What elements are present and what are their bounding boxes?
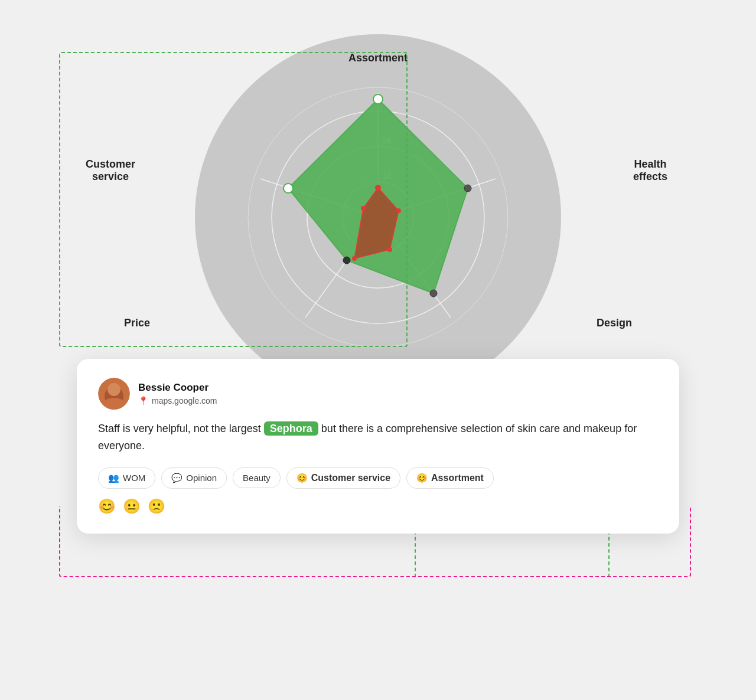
svg-point-22 bbox=[352, 256, 357, 261]
review-card: Bessie Cooper 📍 maps.google.com Staff is… bbox=[77, 359, 679, 534]
reviewer-source: 📍 maps.google.com bbox=[138, 396, 217, 405]
tag-opinion[interactable]: 💬 Opinion bbox=[161, 467, 227, 489]
tag-assortment[interactable]: 😊 Assortment bbox=[406, 467, 494, 489]
wom-icon: 👥 bbox=[108, 473, 119, 483]
main-container: Assortment Healtheffects Design Price Cu… bbox=[53, 40, 703, 660]
review-text-before: Staff is very helpful, not the largest bbox=[98, 423, 264, 434]
maps-icon: 📍 bbox=[138, 396, 148, 405]
tag-assortment-label: Assortment bbox=[431, 473, 484, 483]
tag-wom-label: WOM bbox=[123, 473, 145, 483]
reviewer-source-url: maps.google.com bbox=[152, 396, 217, 405]
radar-label-price: Price bbox=[124, 317, 150, 329]
avatar bbox=[98, 378, 130, 410]
review-text: Staff is very helpful, not the largest S… bbox=[98, 420, 658, 454]
tag-customer-service[interactable]: 😊 Customer service bbox=[286, 467, 400, 489]
tag-beauty-label: Beauty bbox=[243, 473, 271, 483]
tag-customer-service-label: Customer service bbox=[311, 473, 390, 483]
opinion-icon: 💬 bbox=[171, 473, 183, 483]
review-meta: Bessie Cooper 📍 maps.google.com bbox=[138, 382, 217, 405]
sentiment-negative-icon[interactable]: 🙁 bbox=[148, 498, 165, 515]
svg-point-20 bbox=[396, 208, 401, 213]
svg-point-14 bbox=[373, 94, 383, 104]
radar-label-assortment: Assortment bbox=[348, 52, 408, 64]
tag-wom[interactable]: 👥 WOM bbox=[98, 467, 155, 489]
sentiment-neutral-icon[interactable]: 😐 bbox=[123, 498, 141, 515]
radar-section: Assortment Healtheffects Design Price Cu… bbox=[53, 40, 703, 394]
sentiment-positive-icon[interactable]: 😊 bbox=[98, 498, 116, 515]
radar-chart: 2k 1k 0 bbox=[224, 70, 532, 365]
radar-label-design: Design bbox=[597, 317, 632, 329]
reviewer-name: Bessie Cooper bbox=[138, 382, 217, 394]
customer-service-icon: 😊 bbox=[296, 473, 308, 483]
tags-row: 👥 WOM 💬 Opinion Beauty 😊 Customer servic… bbox=[98, 467, 658, 489]
svg-point-21 bbox=[387, 247, 392, 252]
assortment-icon: 😊 bbox=[416, 473, 428, 483]
svg-point-15 bbox=[464, 185, 471, 192]
svg-point-18 bbox=[284, 184, 293, 193]
svg-point-16 bbox=[430, 290, 437, 297]
radar-label-health: Healtheffects bbox=[633, 158, 667, 183]
radar-label-customer-service: Customerservice bbox=[86, 158, 135, 183]
svg-point-19 bbox=[375, 185, 381, 191]
svg-point-23 bbox=[361, 206, 366, 211]
svg-point-26 bbox=[107, 383, 120, 396]
tag-beauty[interactable]: Beauty bbox=[233, 467, 281, 488]
brand-highlight: Sephora bbox=[264, 421, 318, 436]
review-header: Bessie Cooper 📍 maps.google.com bbox=[98, 378, 658, 410]
sentiment-row: 😊 😐 🙁 bbox=[98, 498, 658, 515]
avatar-image bbox=[98, 378, 130, 410]
tag-opinion-label: Opinion bbox=[186, 473, 217, 483]
svg-point-17 bbox=[343, 257, 350, 264]
